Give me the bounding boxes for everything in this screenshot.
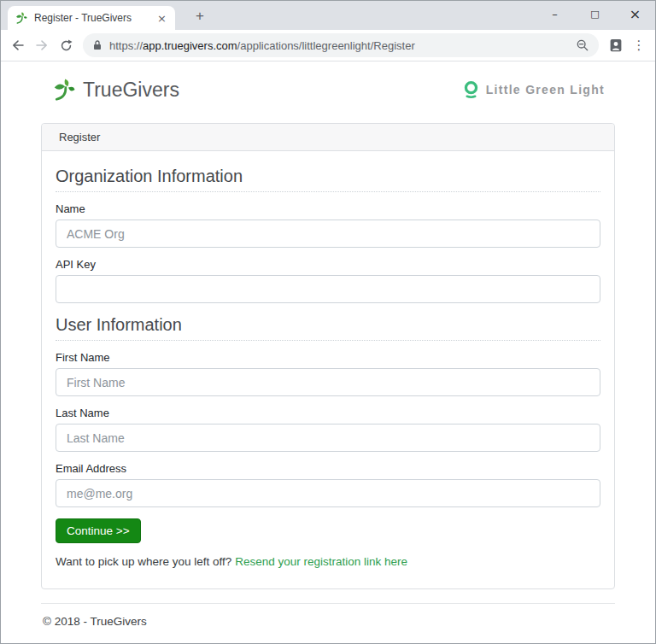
- reload-button[interactable]: [54, 33, 78, 57]
- last-name-input[interactable]: [56, 424, 600, 452]
- address-bar[interactable]: https://app.truegivers.com/applications/…: [83, 33, 599, 57]
- maximize-button[interactable]: □: [575, 1, 615, 26]
- first-name-field-group: First Name: [56, 351, 600, 396]
- resend-registration-link[interactable]: Resend your registration link here: [235, 555, 407, 568]
- email-field-group: Email Address: [56, 462, 600, 507]
- copyright-text: © 2018 - TrueGivers: [41, 604, 615, 639]
- little-green-light-logo: Little Green Light: [461, 80, 605, 100]
- name-label: Name: [56, 202, 600, 215]
- card-header: Register: [42, 124, 614, 151]
- email-input[interactable]: [56, 479, 600, 507]
- little-green-light-text: Little Green Light: [486, 83, 605, 97]
- page-header: TrueGivers Little Green Light: [41, 75, 615, 114]
- register-form: Organization Information Name API Key Us…: [42, 151, 614, 588]
- email-label: Email Address: [56, 462, 600, 475]
- url-text: https://app.truegivers.com/applications/…: [109, 39, 569, 52]
- new-tab-button[interactable]: +: [189, 8, 211, 25]
- url-path: /applications/littlegreenlight/Register: [237, 39, 415, 52]
- name-field-group: Name: [56, 202, 600, 248]
- browser-tab[interactable]: Register - TrueGivers ×: [8, 6, 175, 30]
- window-controls: – □ ×: [535, 1, 655, 26]
- user-section-title: User Information: [56, 315, 600, 341]
- api-key-label: API Key: [56, 258, 600, 271]
- profile-button[interactable]: [604, 38, 628, 53]
- url-scheme: https://: [109, 39, 143, 52]
- resume-text: Want to pick up where you left off?: [56, 555, 231, 568]
- org-section-title: Organization Information: [56, 167, 600, 192]
- first-name-input[interactable]: [56, 368, 600, 396]
- tab-strip: Register - TrueGivers × + – □ ×: [1, 1, 655, 30]
- little-green-light-icon: [461, 80, 481, 100]
- browser-window: Register - TrueGivers × + – □ ×: [0, 0, 656, 644]
- continue-button[interactable]: Continue >>: [56, 518, 141, 543]
- browser-toolbar: https://app.truegivers.com/applications/…: [1, 30, 655, 61]
- tab-close-icon[interactable]: ×: [155, 12, 168, 25]
- page-content: TrueGivers Little Green Light Register O…: [1, 61, 655, 643]
- back-button[interactable]: [6, 33, 30, 57]
- window-close-button[interactable]: ×: [615, 1, 655, 26]
- register-card: Register Organization Information Name A…: [41, 123, 615, 589]
- last-name-field-group: Last Name: [56, 407, 600, 452]
- truegivers-logo-text: TrueGivers: [83, 79, 179, 102]
- minimize-button[interactable]: –: [535, 1, 575, 26]
- truegivers-logo[interactable]: TrueGivers: [51, 77, 179, 102]
- menu-icon[interactable]: ⋮: [628, 38, 650, 53]
- zoom-out-icon[interactable]: [576, 38, 589, 52]
- url-domain: app.truegivers.com: [143, 39, 237, 52]
- truegivers-sprout-icon: [51, 77, 77, 102]
- truegivers-favicon-icon: [15, 11, 28, 25]
- lock-icon: [92, 39, 102, 51]
- first-name-label: First Name: [56, 351, 600, 364]
- api-key-field-group: API Key: [56, 258, 600, 303]
- name-input[interactable]: [56, 220, 600, 248]
- api-key-input[interactable]: [56, 275, 600, 303]
- last-name-label: Last Name: [56, 407, 600, 419]
- resume-row: Want to pick up where you left off? Rese…: [56, 555, 600, 568]
- forward-button[interactable]: [30, 33, 54, 57]
- tab-title: Register - TrueGivers: [34, 12, 149, 24]
